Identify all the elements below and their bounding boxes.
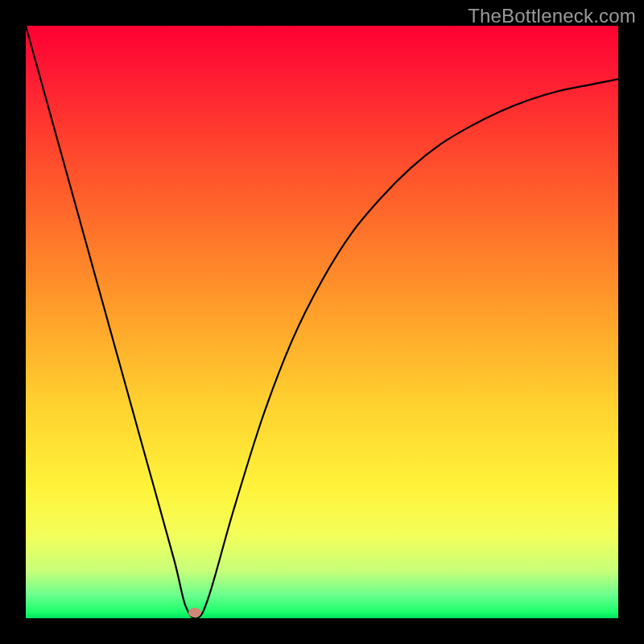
plot-area xyxy=(26,26,618,618)
selected-point-marker xyxy=(188,608,201,617)
bottleneck-curve xyxy=(26,26,618,618)
chart-frame: TheBottleneck.com xyxy=(0,0,644,644)
curve-path xyxy=(26,26,618,619)
watermark-label: TheBottleneck.com xyxy=(468,5,636,27)
